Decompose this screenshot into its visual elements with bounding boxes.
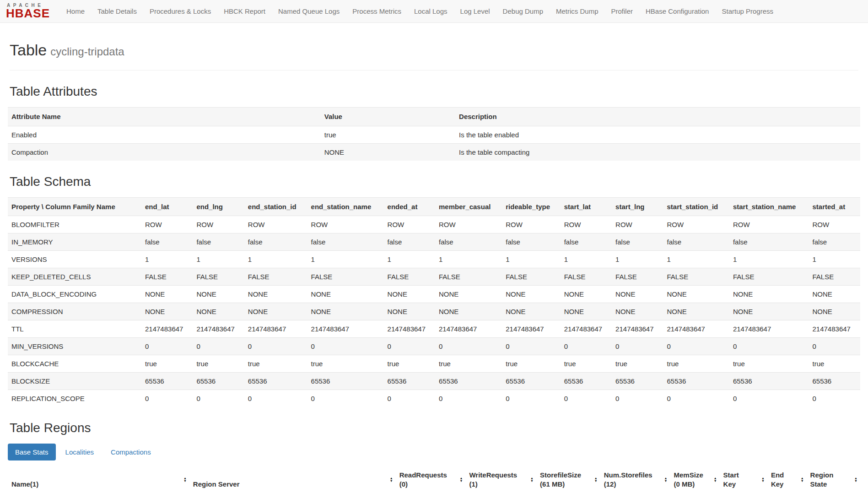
tab-compactions[interactable]: Compactions — [103, 444, 158, 460]
table-cell: NONE — [321, 143, 455, 161]
column-header: end_station_id — [244, 197, 307, 216]
table-cell: DATA_BLOCK_ENCODING — [8, 286, 141, 303]
column-header[interactable]: MemSize (0 MB)▲▼ — [670, 466, 720, 493]
sort-icon[interactable]: ▲▼ — [761, 477, 765, 482]
table-cell: NONE — [561, 286, 612, 303]
hbase-logo[interactable]: APACHE HBASE — [6, 3, 50, 19]
sort-icon[interactable]: ▲▼ — [801, 477, 804, 482]
column-header[interactable]: Region State▲▼ — [807, 466, 860, 493]
table-cell: FALSE — [561, 268, 612, 286]
column-header[interactable]: WriteRequests (1)▲▼ — [465, 466, 536, 493]
table-cell: NONE — [141, 303, 193, 320]
table-cell: 1 — [663, 251, 729, 268]
table-cell: KEEP_DELETED_CELLS — [8, 268, 141, 286]
nav-item-table-details[interactable]: Table Details — [91, 0, 143, 22]
table-cell: NONE — [193, 303, 244, 320]
table-cell: 65536 — [729, 373, 809, 390]
nav-item-log-level[interactable]: Log Level — [454, 0, 496, 22]
page-title-text: Table — [10, 41, 47, 59]
table-cell: FALSE — [663, 268, 729, 286]
column-header-label: Property \ Column Family Name — [11, 203, 115, 211]
column-header-label: End Key — [771, 471, 784, 488]
sort-icon[interactable]: ▲▼ — [390, 477, 393, 482]
table-cell: true — [502, 355, 560, 373]
nav-item-startup-progress[interactable]: Startup Progress — [715, 0, 780, 22]
column-header: start_lat — [561, 197, 612, 216]
table-cell: 1 — [384, 251, 435, 268]
table-cell: 0 — [384, 338, 435, 355]
table-cell: 0 — [244, 390, 307, 407]
table-cell: VERSIONS — [8, 251, 141, 268]
table-cell: 0 — [729, 338, 809, 355]
table-cell: 0 — [561, 338, 612, 355]
table-cell: NONE — [244, 286, 307, 303]
column-header[interactable]: ReadRequests (0)▲▼ — [396, 466, 466, 493]
logo-hbase-text: HBASE — [6, 8, 50, 19]
column-header-label: Num.Storefiles (12) — [604, 471, 652, 488]
table-cell: true — [435, 355, 502, 373]
table-cell: true — [307, 355, 384, 373]
sort-icon[interactable]: ▲▼ — [530, 477, 534, 482]
header-row: Attribute NameValueDescription — [8, 108, 860, 126]
nav-item-hbase-configuration[interactable]: HBase Configuration — [639, 0, 715, 22]
nav-item-procedures-locks[interactable]: Procedures & Locks — [143, 0, 217, 22]
table-attributes: Attribute NameValueDescription Enabledtr… — [8, 107, 860, 161]
table-cell: 65536 — [384, 373, 435, 390]
table-cell: 0 — [193, 390, 244, 407]
column-header: Description — [455, 108, 860, 126]
table-cell: 0 — [435, 338, 502, 355]
sort-icon[interactable]: ▲▼ — [183, 477, 187, 482]
table-cell: BLOCKCACHE — [8, 355, 141, 373]
column-header[interactable]: Region Server▲▼ — [189, 466, 396, 493]
table-cell: ROW — [502, 216, 560, 233]
table-attributes-heading: Table Attributes — [10, 84, 860, 99]
column-header-label: start_station_name — [733, 203, 796, 211]
nav-item-metrics-dump[interactable]: Metrics Dump — [550, 0, 605, 22]
sort-icon[interactable]: ▲▼ — [714, 477, 717, 482]
table-cell: NONE — [384, 303, 435, 320]
table-row: BLOOMFILTERROWROWROWROWROWROWROWROWROWRO… — [8, 216, 860, 233]
column-header[interactable]: End Key▲▼ — [767, 466, 807, 493]
table-row: TTL2147483647214748364721474836472147483… — [8, 320, 860, 338]
sort-icon[interactable]: ▲▼ — [594, 477, 598, 482]
tab-base-stats[interactable]: Base Stats — [8, 444, 56, 460]
table-cell: NONE — [729, 303, 809, 320]
column-header-label: start_lat — [564, 203, 591, 211]
column-header: start_lng — [612, 197, 663, 216]
column-header[interactable]: Name(1)▲▼ — [8, 466, 189, 493]
table-cell: 2147483647 — [307, 320, 384, 338]
column-header[interactable]: Num.Storefiles (12)▲▼ — [600, 466, 670, 493]
table-cell: false — [502, 233, 560, 251]
table-cell: FALSE — [193, 268, 244, 286]
sort-icon[interactable]: ▲▼ — [854, 477, 857, 482]
nav-item-home[interactable]: Home — [60, 0, 91, 22]
column-header-label: end_station_id — [248, 203, 297, 211]
table-cell: 0 — [307, 390, 384, 407]
column-header[interactable]: Start Key▲▼ — [720, 466, 767, 493]
table-cell: 0 — [561, 390, 612, 407]
table-cell: ROW — [307, 216, 384, 233]
nav-item-profiler[interactable]: Profiler — [605, 0, 640, 22]
column-header[interactable]: StorefileSize (61 MB)▲▼ — [536, 466, 600, 493]
sort-icon[interactable]: ▲▼ — [664, 477, 668, 482]
sort-icon[interactable]: ▲▼ — [459, 477, 463, 482]
table-cell: 0 — [193, 338, 244, 355]
table-cell: NONE — [809, 286, 860, 303]
table-cell: NONE — [809, 303, 860, 320]
table-cell: 1 — [193, 251, 244, 268]
nav-item-debug-dump[interactable]: Debug Dump — [496, 0, 550, 22]
table-cell: false — [193, 233, 244, 251]
table-cell: true — [663, 355, 729, 373]
table-cell: ROW — [561, 216, 612, 233]
column-header-label: Value — [324, 113, 342, 120]
table-cell: ROW — [729, 216, 809, 233]
nav-item-named-queue-logs[interactable]: Named Queue Logs — [272, 0, 346, 22]
nav-item-process-metrics[interactable]: Process Metrics — [346, 0, 408, 22]
table-cell: ROW — [809, 216, 860, 233]
column-header: member_casual — [435, 197, 502, 216]
table-cell: Is the table compacting — [455, 143, 860, 161]
nav-item-local-logs[interactable]: Local Logs — [408, 0, 454, 22]
tab-localities[interactable]: Localities — [58, 444, 102, 460]
nav-item-hbck-report[interactable]: HBCK Report — [217, 0, 272, 22]
column-header-label: started_at — [812, 203, 845, 211]
